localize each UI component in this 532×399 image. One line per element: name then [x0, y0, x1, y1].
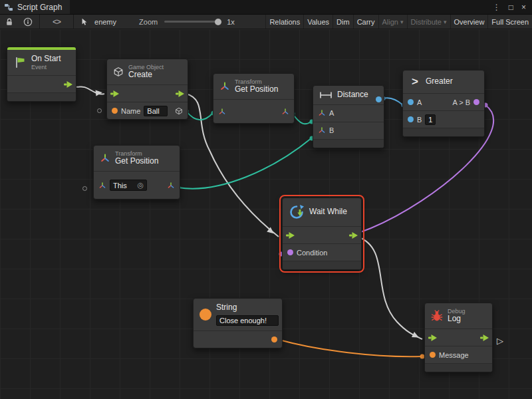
node-header: > Greater: [403, 70, 484, 93]
carry-button[interactable]: Carry: [353, 15, 378, 29]
condition-input-port[interactable]: [287, 249, 293, 255]
pointer-icon: [76, 15, 93, 29]
dropdown-caret-icon: ▾: [400, 19, 404, 25]
vector-input-port-a[interactable]: [318, 109, 326, 117]
port-label: Message: [439, 351, 469, 359]
vector-output-port[interactable]: [167, 182, 175, 190]
transform-icon: [219, 81, 230, 92]
string-output-port[interactable]: [271, 336, 277, 342]
info-icon[interactable]: [19, 15, 37, 29]
window-maximize-icon[interactable]: □: [509, 3, 513, 12]
node-title: Create: [128, 70, 164, 80]
dim-button[interactable]: Dim: [332, 15, 353, 29]
node-footer: [403, 128, 484, 136]
align-button[interactable]: Align ▾: [378, 15, 407, 29]
name-input-port[interactable]: [112, 108, 118, 114]
port-label: B: [329, 126, 334, 134]
game-object-output-port[interactable]: [175, 107, 183, 115]
node-title: Log: [448, 315, 466, 324]
code-view-icon[interactable]: <>: [42, 17, 71, 27]
wire-getposition-to-distance-a[interactable]: [293, 114, 311, 124]
node-greater[interactable]: > Greater A A > B B 1: [402, 70, 485, 137]
flow-output-port[interactable]: [349, 232, 358, 239]
transform-icon: [100, 153, 110, 164]
dropdown-caret-icon: ▾: [444, 19, 447, 25]
button-label: Values: [307, 18, 329, 26]
node-footer: [7, 92, 76, 101]
input-port-a[interactable]: [408, 99, 414, 105]
zoom-slider[interactable]: [164, 21, 221, 23]
node-debug-log[interactable]: Debug Log Message: [424, 303, 493, 372]
unconnected-port-indicator[interactable]: [97, 108, 102, 113]
graph-toolbar: <> enemy Zoom 1x Relations Values Dim Ca…: [0, 15, 532, 29]
zoom-value: 1x: [227, 18, 235, 26]
transform-field[interactable]: This ◎: [110, 180, 147, 191]
node-footer: [283, 261, 361, 269]
boolean-output-port[interactable]: [473, 99, 479, 105]
distribute-button[interactable]: Distribute ▾: [407, 15, 450, 29]
wire-getposition2-to-distance-b[interactable]: [178, 138, 311, 189]
node-create[interactable]: Game Object Create Name Ball: [106, 59, 188, 120]
tab-script-graph[interactable]: Script Graph: [0, 0, 70, 14]
node-title: Greater: [426, 77, 453, 86]
string-value-field[interactable]: Close enough!: [216, 315, 279, 327]
button-label: Full Screen: [491, 18, 529, 26]
node-header: Wait While: [283, 198, 361, 226]
port-label: A: [329, 109, 334, 117]
node-distance[interactable]: Distance A B: [313, 85, 384, 148]
button-label: Overview: [454, 18, 485, 26]
greater-icon: >: [409, 75, 421, 88]
field-value: This: [113, 182, 127, 190]
flow-input-port[interactable]: [286, 232, 295, 239]
number-output-port[interactable]: [376, 96, 382, 102]
target-picker-icon[interactable]: ◎: [137, 181, 144, 190]
input-port-b[interactable]: [408, 116, 414, 122]
lock-icon[interactable]: [0, 15, 19, 29]
graph-target-label[interactable]: enemy: [94, 18, 116, 26]
fullscreen-button[interactable]: Full Screen: [487, 15, 532, 29]
toolbar-separator: [73, 15, 74, 29]
node-on-start[interactable]: On Start Event: [7, 47, 76, 102]
node-wait-while[interactable]: Wait While Condition: [282, 198, 362, 270]
button-label: Carry: [357, 18, 375, 26]
window-menu-icon[interactable]: ⋮: [493, 3, 501, 12]
vector-output-port[interactable]: [281, 108, 289, 116]
transform-input-port[interactable]: [98, 182, 106, 190]
node-header: On Start Event: [7, 50, 76, 75]
zoom-label: Zoom: [139, 18, 158, 26]
relations-button[interactable]: Relations: [265, 15, 303, 29]
flow-output-port[interactable]: [480, 334, 489, 341]
wire-waitwhile-to-log[interactable]: [358, 237, 422, 339]
node-header: String Close enough!: [194, 299, 282, 331]
node-get-position-left[interactable]: Transform Get Position This ◎: [93, 145, 180, 200]
toolbar-buttons: Relations Values Dim Carry Align ▾ Distr…: [265, 15, 532, 29]
name-field[interactable]: Ball: [144, 106, 168, 116]
node-header: Transform Get Position: [213, 74, 294, 99]
graph-canvas[interactable]: On Start Event Game Object Create Name: [0, 29, 532, 399]
node-title: Wait While: [309, 207, 347, 217]
wire-arrowhead: [96, 89, 103, 96]
vector-input-port-b[interactable]: [318, 126, 326, 134]
wire-distance-to-greater[interactable]: [383, 98, 403, 105]
node-footer: [313, 139, 384, 148]
unconnected-port-indicator[interactable]: [82, 186, 87, 191]
message-input-port[interactable]: [430, 352, 436, 358]
overview-button[interactable]: Overview: [450, 15, 488, 29]
flow-input-port[interactable]: [428, 334, 437, 341]
field-value: Close enough!: [219, 317, 267, 325]
node-header: Game Object Create: [107, 59, 188, 84]
values-button[interactable]: Values: [303, 15, 332, 29]
flow-output-port[interactable]: [176, 90, 184, 97]
node-string[interactable]: String Close enough!: [193, 298, 283, 348]
node-get-position-top[interactable]: Transform Get Position: [213, 73, 295, 124]
zoom-slider-handle[interactable]: [215, 19, 221, 25]
toolbar-separator: [39, 15, 40, 29]
port-label: Name: [121, 107, 140, 115]
wire-string-to-message[interactable]: [279, 340, 422, 356]
node-footer: [425, 363, 492, 372]
transform-input-port[interactable]: [218, 108, 226, 116]
flow-input-port[interactable]: [110, 90, 119, 97]
value-b-field[interactable]: 1: [425, 114, 436, 125]
window-close-icon[interactable]: ×: [521, 3, 526, 12]
flow-output-port[interactable]: [64, 81, 72, 88]
